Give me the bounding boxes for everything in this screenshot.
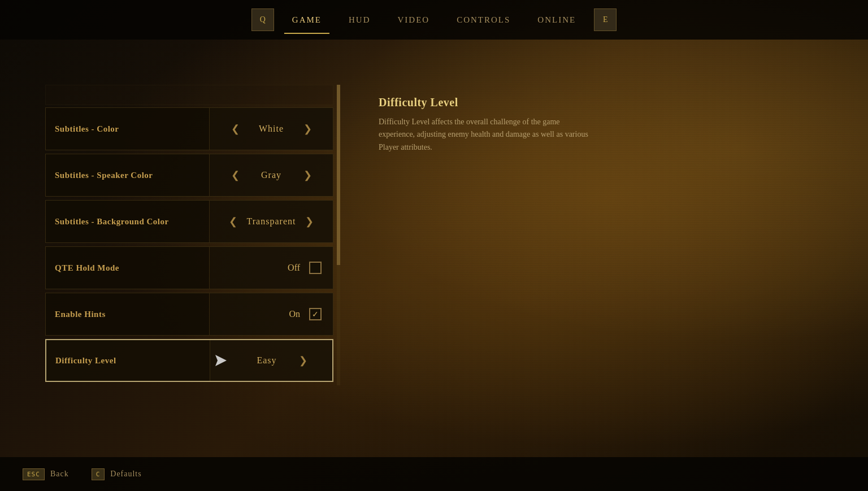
tab-controls[interactable]: CONTROLS bbox=[443, 11, 524, 29]
scroll-track bbox=[337, 85, 340, 385]
info-title: Difficulty Level bbox=[379, 96, 593, 109]
value-subtitles-speaker-color: Gray bbox=[249, 170, 294, 180]
top-navigation: Q GAME HUD VIDEO CONTROLS ONLINE E bbox=[0, 0, 868, 40]
key-esc[interactable]: ESC bbox=[23, 468, 45, 480]
setting-label-qte-hold-mode: QTE Hold Mode bbox=[46, 247, 210, 289]
svg-marker-0 bbox=[215, 355, 227, 366]
nav-left-icon[interactable]: Q bbox=[251, 8, 274, 31]
setting-label-difficulty-level: Difficulty Level bbox=[46, 340, 210, 381]
tab-video[interactable]: VIDEO bbox=[384, 11, 444, 29]
arrow-right-subtitles-color[interactable]: ❯ bbox=[301, 123, 314, 135]
bottom-action-defaults: C Defaults bbox=[92, 468, 142, 480]
setting-value-enable-hints: On bbox=[210, 293, 333, 335]
arrow-left-subtitles-bg[interactable]: ❮ bbox=[227, 215, 240, 228]
setting-label-enable-hints: Enable Hints bbox=[46, 293, 210, 335]
main-content: Subtitles - Color ❮ White ❯ Subtitles - … bbox=[0, 40, 868, 491]
cursor-icon bbox=[213, 353, 229, 368]
info-panel: Difficulty Level Difficulty Level affect… bbox=[379, 96, 593, 154]
info-description: Difficulty Level affects the overall cha… bbox=[379, 116, 593, 154]
value-subtitles-color: White bbox=[249, 124, 294, 134]
setting-row-subtitles-speaker-color[interactable]: Subtitles - Speaker Color ❮ Gray ❯ bbox=[45, 154, 333, 197]
arrow-left-subtitles-speaker[interactable]: ❮ bbox=[228, 169, 242, 181]
checkbox-enable-hints[interactable] bbox=[309, 308, 322, 320]
setting-label-subtitles-bg-color: Subtitles - Background Color bbox=[46, 201, 210, 242]
setting-row-difficulty-level[interactable]: Difficulty Level Easy ❯ bbox=[45, 339, 333, 382]
setting-label-subtitles-speaker-color: Subtitles - Speaker Color bbox=[46, 154, 210, 196]
label-back: Back bbox=[50, 470, 69, 479]
value-subtitles-bg-color: Transparent bbox=[247, 216, 296, 227]
value-enable-hints: On bbox=[289, 309, 300, 319]
settings-panel: Subtitles - Color ❮ White ❯ Subtitles - … bbox=[45, 85, 333, 385]
scroll-thumb[interactable] bbox=[337, 85, 340, 265]
nav-tabs-container: Q GAME HUD VIDEO CONTROLS ONLINE E bbox=[247, 8, 621, 31]
arrow-right-subtitles-speaker[interactable]: ❯ bbox=[301, 169, 314, 181]
faded-row-top bbox=[45, 85, 333, 105]
setting-row-qte-hold-mode[interactable]: QTE Hold Mode Off bbox=[45, 246, 333, 289]
setting-label-subtitles-color: Subtitles - Color bbox=[46, 108, 210, 150]
checkbox-qte-hold-mode[interactable] bbox=[309, 262, 322, 274]
tab-game[interactable]: GAME bbox=[279, 11, 335, 29]
setting-value-subtitles-bg-color: ❮ Transparent ❯ bbox=[210, 201, 333, 242]
tab-hud[interactable]: HUD bbox=[335, 11, 384, 29]
value-difficulty-level: Easy bbox=[244, 355, 289, 366]
arrow-right-subtitles-bg[interactable]: ❯ bbox=[302, 215, 316, 228]
nav-right-icon[interactable]: E bbox=[594, 8, 617, 31]
setting-row-subtitles-bg-color[interactable]: Subtitles - Background Color ❮ Transpare… bbox=[45, 200, 333, 243]
setting-row-subtitles-color[interactable]: Subtitles - Color ❮ White ❯ bbox=[45, 107, 333, 150]
setting-value-subtitles-speaker-color: ❮ Gray ❯ bbox=[210, 154, 333, 196]
arrow-right-difficulty[interactable]: ❯ bbox=[296, 354, 310, 367]
setting-row-enable-hints[interactable]: Enable Hints On bbox=[45, 293, 333, 336]
tab-online[interactable]: ONLINE bbox=[524, 11, 589, 29]
arrow-left-subtitles-color[interactable]: ❮ bbox=[228, 123, 242, 135]
key-c[interactable]: C bbox=[92, 468, 105, 480]
setting-value-subtitles-color: ❮ White ❯ bbox=[210, 108, 333, 150]
bottom-bar: ESC Back C Defaults bbox=[0, 457, 868, 491]
label-defaults: Defaults bbox=[110, 470, 141, 479]
value-qte-hold-mode: Off bbox=[288, 263, 300, 273]
setting-value-qte-hold-mode: Off bbox=[210, 247, 333, 289]
bottom-action-back: ESC Back bbox=[23, 468, 69, 480]
